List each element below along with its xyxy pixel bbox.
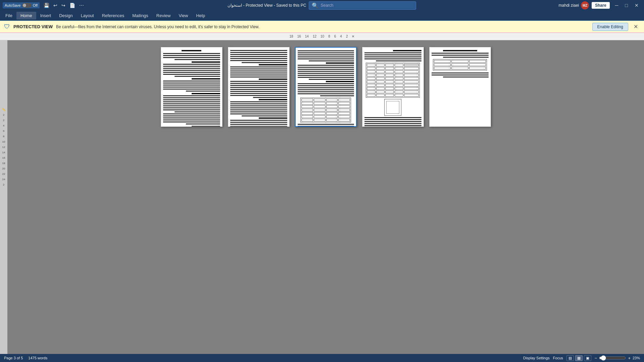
close-button[interactable]: ✕ (632, 2, 641, 9)
enable-editing-button[interactable]: Enable Editing (592, 23, 628, 31)
ruler-mark: 12 (313, 35, 316, 38)
ribbon: File Home Insert Design Layout Reference… (0, 11, 644, 21)
ruler-mark: 4 (340, 35, 342, 38)
title-bar: AutoSave Off 💾 ↩ ↪ 📄 ⋯ استخوان - Protect… (0, 0, 644, 11)
page-content-5 (430, 47, 491, 126)
tab-help[interactable]: Help (192, 12, 209, 19)
zoom-out-button[interactable]: − (595, 356, 597, 361)
user-info: mahdi ziaei MZ (559, 1, 589, 9)
sidebar-ruler-icon[interactable]: 📏 (1, 107, 6, 112)
ruler-mark: 6 (334, 35, 336, 38)
display-settings-button[interactable]: Display Settings (523, 356, 550, 360)
word-count: 1475 words (28, 356, 47, 360)
page-thumb-2[interactable] (228, 47, 290, 127)
restore-button[interactable]: □ (623, 2, 631, 9)
tab-file[interactable]: File (1, 12, 16, 19)
protected-view-bar: 🛡 PROTECTED VIEW Be careful—files from t… (0, 21, 644, 33)
doc-title: استخوان - Protected View - Saved to this… (228, 3, 306, 8)
zoom-area: − + 23% (595, 355, 640, 361)
page-thumb-5[interactable] (429, 47, 491, 127)
protected-message: Be careful—files from the Internet can c… (56, 24, 589, 29)
tab-view[interactable]: View (175, 12, 192, 19)
undo-button[interactable]: ↩ (52, 2, 59, 9)
close-protected-bar-button[interactable]: ✕ (632, 23, 640, 31)
doc-canvas[interactable] (7, 40, 644, 354)
title-bar-center: استخوان - Protected View - Saved to this… (85, 1, 558, 10)
ruler-mark: 10 (320, 35, 324, 38)
status-left: Page 3 of 5 1475 words (4, 356, 47, 360)
ruler-mark: 16 (297, 35, 301, 38)
left-sidebar: 📏 2 2 4 6 8 10 12 14 16 18 20 22 24 2 (0, 40, 7, 354)
zoom-slider[interactable] (599, 355, 626, 361)
user-avatar: MZ (581, 1, 589, 9)
tab-review[interactable]: Review (152, 12, 175, 19)
zoom-in-button[interactable]: + (628, 356, 631, 361)
ruler: 18 16 14 12 10 8 6 4 2 ✕ (0, 33, 644, 40)
tab-home[interactable]: Home (16, 12, 36, 19)
autosave-state: Off (33, 3, 38, 7)
more-button[interactable]: ⋯ (78, 2, 85, 9)
ruler-mark: 18 (290, 35, 293, 38)
search-bar[interactable]: 🔍 (309, 1, 416, 10)
save-button[interactable]: 💾 (42, 2, 51, 9)
page-content-3 (296, 48, 356, 126)
minimize-button[interactable]: ─ (612, 2, 621, 9)
search-input[interactable] (320, 3, 413, 8)
ruler-mark: 2 (346, 35, 348, 38)
search-icon: 🔍 (312, 2, 318, 9)
status-right: Display Settings Focus ▤ ▦ ▣ − + 23% (523, 355, 640, 361)
autosave-label: AutoSave (5, 3, 21, 7)
view-buttons: ▤ ▦ ▣ (566, 355, 591, 361)
page-content-4 (362, 47, 424, 126)
title-bar-right: mahdi ziaei MZ Share ─ □ ✕ (559, 1, 641, 9)
share-button[interactable]: Share (592, 2, 609, 9)
page-thumb-1[interactable] (161, 47, 222, 127)
doc-area: 📏 2 2 4 6 8 10 12 14 16 18 20 22 24 2 (0, 40, 644, 354)
tab-layout[interactable]: Layout (77, 12, 98, 19)
page-thumb-4[interactable] (362, 47, 424, 127)
outline-view-button[interactable]: ▣ (584, 355, 591, 361)
protected-icon: 🛡 (4, 23, 10, 30)
autosave-toggle[interactable]: AutoSave Off (3, 2, 40, 8)
file-button[interactable]: 📄 (68, 2, 77, 9)
page-content-1 (161, 47, 222, 126)
status-bar: Page 3 of 5 1475 words Display Settings … (0, 354, 644, 362)
page-thumb-3[interactable] (295, 47, 357, 127)
print-view-button[interactable]: ▤ (566, 355, 574, 361)
tab-references[interactable]: References (98, 12, 128, 19)
ruler-mark: 14 (305, 35, 309, 38)
window-controls: ─ □ ✕ (612, 2, 641, 9)
title-bar-left: AutoSave Off 💾 ↩ ↪ 📄 ⋯ (3, 2, 85, 9)
tab-design[interactable]: Design (55, 12, 77, 19)
page-info: Page 3 of 5 (4, 356, 23, 360)
page-number-label: 2 (0, 112, 7, 117)
protected-title: PROTECTED VIEW (13, 24, 53, 29)
user-name: mahdi ziaei (559, 3, 579, 8)
ruler-mark: 8 (328, 35, 330, 38)
web-view-button[interactable]: ▦ (575, 355, 583, 361)
zoom-level: 23% (633, 356, 640, 360)
page-content-2 (228, 47, 289, 126)
redo-button[interactable]: ↪ (60, 2, 67, 9)
focus-button[interactable]: Focus (553, 356, 563, 360)
tab-mailings[interactable]: Mailings (128, 12, 152, 19)
pages-row (161, 47, 491, 127)
ruler-close-icon[interactable]: ✕ (352, 35, 354, 38)
quick-access-toolbar: 💾 ↩ ↪ 📄 ⋯ (42, 2, 85, 9)
tab-insert[interactable]: Insert (36, 12, 55, 19)
autosave-switch[interactable] (22, 3, 32, 8)
